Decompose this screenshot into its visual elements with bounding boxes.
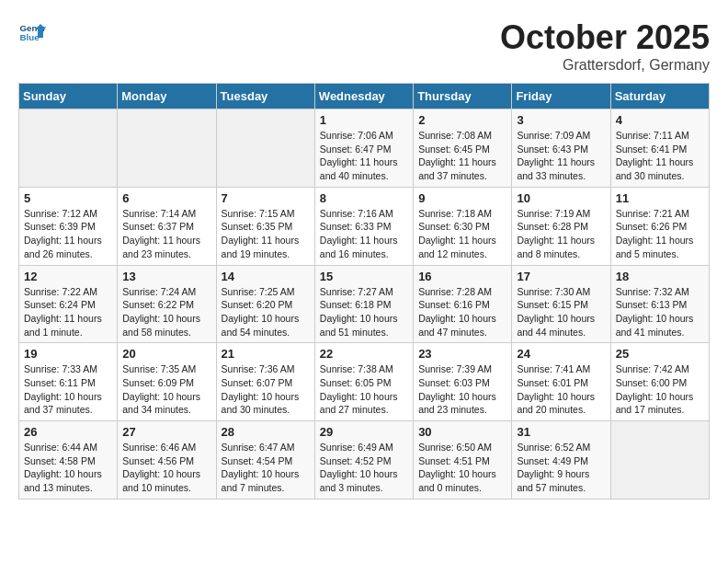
- day-info: Sunrise: 7:42 AMSunset: 6:00 PMDaylight:…: [616, 362, 704, 417]
- day-info: Sunrise: 7:15 AMSunset: 6:35 PMDaylight:…: [222, 207, 310, 261]
- calendar-cell: 16Sunrise: 7:28 AMSunset: 6:16 PMDayligh…: [414, 265, 512, 343]
- logo-icon: General Blue: [18, 18, 46, 46]
- day-info: Sunrise: 7:06 AMSunset: 6:47 PMDaylight:…: [320, 129, 408, 183]
- day-number: 6: [122, 191, 210, 205]
- day-number: 17: [517, 270, 605, 283]
- day-info: Sunrise: 6:44 AMSunset: 4:58 PMDaylight:…: [24, 441, 112, 495]
- day-info: Sunrise: 7:32 AMSunset: 6:13 PMDaylight:…: [616, 285, 704, 339]
- title-block: October 2025 Grattersdorf, Germany: [500, 18, 710, 74]
- calendar-week-row: 26Sunrise: 6:44 AMSunset: 4:58 PMDayligh…: [19, 421, 710, 500]
- page-header: General Blue October 2025 Grattersdorf, …: [18, 18, 710, 74]
- calendar-cell: 4Sunrise: 7:11 AMSunset: 6:41 PMDaylight…: [610, 109, 709, 188]
- calendar-cell: 17Sunrise: 7:30 AMSunset: 6:15 PMDayligh…: [512, 265, 610, 343]
- day-number: 13: [122, 270, 210, 283]
- day-number: 23: [418, 347, 506, 361]
- calendar-cell: 27Sunrise: 6:46 AMSunset: 4:56 PMDayligh…: [118, 421, 216, 500]
- month-year-title: October 2025: [500, 18, 710, 57]
- day-number: 5: [24, 191, 112, 205]
- day-info: Sunrise: 7:22 AMSunset: 6:24 PMDaylight:…: [24, 285, 112, 339]
- calendar-cell: 22Sunrise: 7:38 AMSunset: 6:05 PMDayligh…: [314, 343, 413, 421]
- day-info: Sunrise: 7:09 AMSunset: 6:43 PMDaylight:…: [517, 129, 605, 183]
- day-number: 3: [517, 113, 605, 127]
- calendar-cell: 26Sunrise: 6:44 AMSunset: 4:58 PMDayligh…: [19, 421, 118, 500]
- day-number: 1: [320, 113, 408, 127]
- calendar-cell: 15Sunrise: 7:27 AMSunset: 6:18 PMDayligh…: [314, 265, 413, 343]
- calendar-cell: 19Sunrise: 7:33 AMSunset: 6:11 PMDayligh…: [19, 343, 118, 421]
- calendar-week-row: 1Sunrise: 7:06 AMSunset: 6:47 PMDaylight…: [19, 109, 710, 188]
- day-number: 26: [24, 425, 112, 439]
- day-number: 27: [122, 425, 210, 439]
- calendar-cell: 29Sunrise: 6:49 AMSunset: 4:52 PMDayligh…: [314, 421, 413, 500]
- day-number: 4: [616, 113, 704, 127]
- calendar-cell: 1Sunrise: 7:06 AMSunset: 6:47 PMDaylight…: [314, 109, 413, 188]
- calendar-cell: 28Sunrise: 6:47 AMSunset: 4:54 PMDayligh…: [216, 421, 314, 500]
- day-info: Sunrise: 7:38 AMSunset: 6:05 PMDaylight:…: [320, 362, 408, 417]
- day-info: Sunrise: 7:14 AMSunset: 6:37 PMDaylight:…: [122, 207, 210, 261]
- day-number: 8: [320, 191, 408, 205]
- day-info: Sunrise: 7:19 AMSunset: 6:28 PMDaylight:…: [517, 207, 605, 261]
- day-info: Sunrise: 7:21 AMSunset: 6:26 PMDaylight:…: [616, 207, 704, 261]
- weekday-header-sunday: Sunday: [19, 84, 118, 109]
- day-number: 16: [418, 270, 506, 283]
- day-info: Sunrise: 7:24 AMSunset: 6:22 PMDaylight:…: [122, 285, 210, 339]
- day-number: 11: [616, 191, 704, 205]
- day-info: Sunrise: 7:12 AMSunset: 6:39 PMDaylight:…: [24, 207, 112, 261]
- day-info: Sunrise: 7:36 AMSunset: 6:07 PMDaylight:…: [222, 362, 310, 417]
- day-number: 31: [517, 425, 605, 439]
- calendar-cell: 14Sunrise: 7:25 AMSunset: 6:20 PMDayligh…: [216, 265, 314, 343]
- svg-text:Blue: Blue: [20, 32, 40, 42]
- day-info: Sunrise: 7:18 AMSunset: 6:30 PMDaylight:…: [418, 207, 506, 261]
- calendar-cell: [118, 109, 216, 188]
- day-info: Sunrise: 6:50 AMSunset: 4:51 PMDaylight:…: [418, 441, 506, 495]
- day-number: 20: [122, 347, 210, 361]
- day-info: Sunrise: 7:27 AMSunset: 6:18 PMDaylight:…: [320, 285, 408, 339]
- day-info: Sunrise: 7:33 AMSunset: 6:11 PMDaylight:…: [24, 362, 112, 417]
- calendar-table: SundayMondayTuesdayWednesdayThursdayFrid…: [18, 83, 710, 500]
- weekday-header-monday: Monday: [118, 84, 216, 109]
- calendar-cell: 23Sunrise: 7:39 AMSunset: 6:03 PMDayligh…: [414, 343, 512, 421]
- day-info: Sunrise: 7:41 AMSunset: 6:01 PMDaylight:…: [517, 362, 605, 417]
- calendar-cell: 31Sunrise: 6:52 AMSunset: 4:49 PMDayligh…: [512, 421, 610, 500]
- location-subtitle: Grattersdorf, Germany: [500, 57, 710, 74]
- calendar-cell: 5Sunrise: 7:12 AMSunset: 6:39 PMDaylight…: [19, 187, 118, 265]
- weekday-header-saturday: Saturday: [610, 84, 709, 109]
- calendar-cell: 3Sunrise: 7:09 AMSunset: 6:43 PMDaylight…: [512, 109, 610, 188]
- calendar-cell: 18Sunrise: 7:32 AMSunset: 6:13 PMDayligh…: [610, 265, 709, 343]
- calendar-cell: 2Sunrise: 7:08 AMSunset: 6:45 PMDaylight…: [414, 109, 512, 188]
- day-number: 2: [418, 113, 506, 127]
- day-number: 19: [24, 347, 112, 361]
- calendar-cell: [216, 109, 314, 188]
- weekday-header-tuesday: Tuesday: [216, 84, 314, 109]
- calendar-cell: [19, 109, 118, 188]
- day-info: Sunrise: 7:30 AMSunset: 6:15 PMDaylight:…: [517, 285, 605, 339]
- calendar-cell: 11Sunrise: 7:21 AMSunset: 6:26 PMDayligh…: [610, 187, 709, 265]
- calendar-cell: 6Sunrise: 7:14 AMSunset: 6:37 PMDaylight…: [118, 187, 216, 265]
- day-number: 29: [320, 425, 408, 439]
- day-info: Sunrise: 6:49 AMSunset: 4:52 PMDaylight:…: [320, 441, 408, 495]
- weekday-header-thursday: Thursday: [414, 84, 512, 109]
- day-number: 9: [418, 191, 506, 205]
- day-info: Sunrise: 6:47 AMSunset: 4:54 PMDaylight:…: [222, 441, 310, 495]
- calendar-cell: 21Sunrise: 7:36 AMSunset: 6:07 PMDayligh…: [216, 343, 314, 421]
- day-info: Sunrise: 7:16 AMSunset: 6:33 PMDaylight:…: [320, 207, 408, 261]
- day-number: 12: [24, 270, 112, 283]
- day-info: Sunrise: 7:11 AMSunset: 6:41 PMDaylight:…: [616, 129, 704, 183]
- calendar-week-row: 12Sunrise: 7:22 AMSunset: 6:24 PMDayligh…: [19, 265, 710, 343]
- calendar-cell: 9Sunrise: 7:18 AMSunset: 6:30 PMDaylight…: [414, 187, 512, 265]
- day-info: Sunrise: 7:25 AMSunset: 6:20 PMDaylight:…: [222, 285, 310, 339]
- weekday-header-row: SundayMondayTuesdayWednesdayThursdayFrid…: [19, 84, 710, 109]
- day-number: 15: [320, 270, 408, 283]
- day-number: 22: [320, 347, 408, 361]
- day-number: 18: [616, 270, 704, 283]
- calendar-cell: 13Sunrise: 7:24 AMSunset: 6:22 PMDayligh…: [118, 265, 216, 343]
- calendar-cell: 25Sunrise: 7:42 AMSunset: 6:00 PMDayligh…: [610, 343, 709, 421]
- calendar-cell: 7Sunrise: 7:15 AMSunset: 6:35 PMDaylight…: [216, 187, 314, 265]
- day-number: 7: [222, 191, 310, 205]
- weekday-header-friday: Friday: [512, 84, 610, 109]
- calendar-cell: 20Sunrise: 7:35 AMSunset: 6:09 PMDayligh…: [118, 343, 216, 421]
- calendar-cell: 12Sunrise: 7:22 AMSunset: 6:24 PMDayligh…: [19, 265, 118, 343]
- logo: General Blue: [18, 18, 50, 46]
- calendar-cell: 30Sunrise: 6:50 AMSunset: 4:51 PMDayligh…: [414, 421, 512, 500]
- day-info: Sunrise: 6:52 AMSunset: 4:49 PMDaylight:…: [517, 441, 605, 495]
- day-number: 24: [517, 347, 605, 361]
